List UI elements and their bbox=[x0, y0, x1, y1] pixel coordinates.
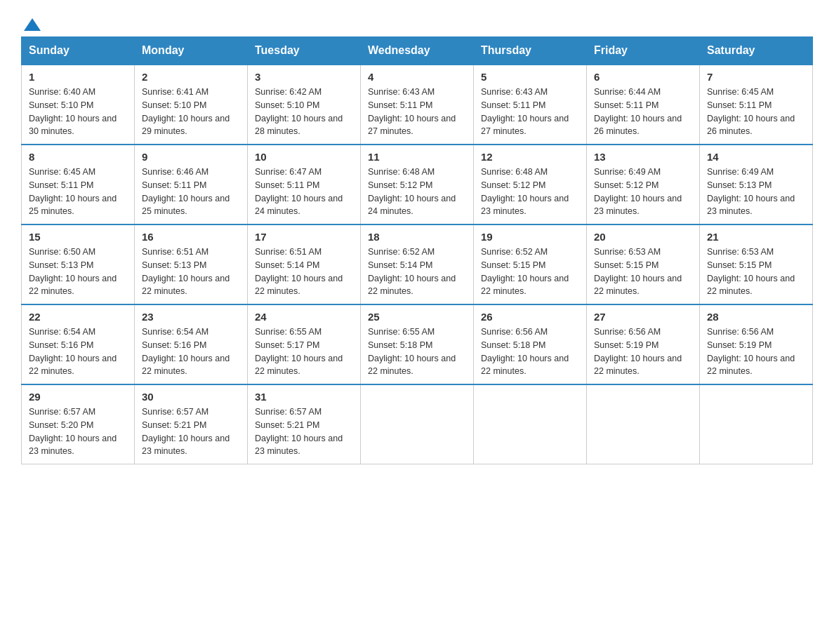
calendar-day-cell: 17Sunrise: 6:51 AMSunset: 5:14 PMDayligh… bbox=[248, 224, 361, 304]
calendar-day-cell: 9Sunrise: 6:46 AMSunset: 5:11 PMDaylight… bbox=[135, 145, 248, 224]
day-number: 16 bbox=[142, 231, 240, 243]
day-number: 10 bbox=[255, 151, 353, 163]
calendar-day-cell: 8Sunrise: 6:45 AMSunset: 5:11 PMDaylight… bbox=[22, 145, 135, 224]
calendar-day-cell: 31Sunrise: 6:57 AMSunset: 5:21 PMDayligh… bbox=[248, 384, 361, 464]
day-sun-info: Sunrise: 6:48 AMSunset: 5:12 PMDaylight:… bbox=[481, 166, 579, 218]
calendar-day-cell: 29Sunrise: 6:57 AMSunset: 5:20 PMDayligh… bbox=[22, 384, 135, 464]
logo bbox=[21, 14, 44, 29]
calendar-day-cell: 5Sunrise: 6:43 AMSunset: 5:11 PMDaylight… bbox=[474, 65, 587, 145]
calendar-day-cell bbox=[587, 384, 700, 464]
calendar-day-cell: 11Sunrise: 6:48 AMSunset: 5:12 PMDayligh… bbox=[361, 145, 474, 224]
calendar-day-cell: 7Sunrise: 6:45 AMSunset: 5:11 PMDaylight… bbox=[700, 65, 813, 145]
day-sun-info: Sunrise: 6:47 AMSunset: 5:11 PMDaylight:… bbox=[255, 166, 353, 218]
day-number: 8 bbox=[29, 151, 127, 163]
calendar-day-cell: 23Sunrise: 6:54 AMSunset: 5:16 PMDayligh… bbox=[135, 304, 248, 384]
day-number: 19 bbox=[481, 231, 579, 243]
calendar-day-cell: 3Sunrise: 6:42 AMSunset: 5:10 PMDaylight… bbox=[248, 65, 361, 145]
day-sun-info: Sunrise: 6:48 AMSunset: 5:12 PMDaylight:… bbox=[368, 166, 466, 218]
calendar-weekday-header: Monday bbox=[135, 37, 248, 65]
day-number: 31 bbox=[255, 391, 353, 403]
day-number: 12 bbox=[481, 151, 579, 163]
day-number: 29 bbox=[29, 391, 127, 403]
calendar-day-cell: 30Sunrise: 6:57 AMSunset: 5:21 PMDayligh… bbox=[135, 384, 248, 464]
calendar-week-row: 1Sunrise: 6:40 AMSunset: 5:10 PMDaylight… bbox=[22, 65, 813, 145]
day-number: 25 bbox=[368, 311, 466, 323]
calendar-day-cell: 25Sunrise: 6:55 AMSunset: 5:18 PMDayligh… bbox=[361, 304, 474, 384]
day-sun-info: Sunrise: 6:52 AMSunset: 5:15 PMDaylight:… bbox=[481, 246, 579, 298]
calendar-day-cell: 27Sunrise: 6:56 AMSunset: 5:19 PMDayligh… bbox=[587, 304, 700, 384]
day-number: 23 bbox=[142, 311, 240, 323]
calendar-week-row: 15Sunrise: 6:50 AMSunset: 5:13 PMDayligh… bbox=[22, 224, 813, 304]
day-sun-info: Sunrise: 6:51 AMSunset: 5:14 PMDaylight:… bbox=[255, 246, 353, 298]
day-sun-info: Sunrise: 6:49 AMSunset: 5:12 PMDaylight:… bbox=[594, 166, 692, 218]
day-number: 7 bbox=[707, 71, 805, 83]
day-number: 22 bbox=[29, 311, 127, 323]
day-number: 11 bbox=[368, 151, 466, 163]
day-sun-info: Sunrise: 6:54 AMSunset: 5:16 PMDaylight:… bbox=[29, 326, 127, 378]
day-sun-info: Sunrise: 6:44 AMSunset: 5:11 PMDaylight:… bbox=[594, 86, 692, 138]
calendar-weekday-header: Saturday bbox=[700, 37, 813, 65]
calendar-day-cell: 4Sunrise: 6:43 AMSunset: 5:11 PMDaylight… bbox=[361, 65, 474, 145]
calendar-table: SundayMondayTuesdayWednesdayThursdayFrid… bbox=[21, 36, 813, 464]
day-number: 20 bbox=[594, 231, 692, 243]
day-sun-info: Sunrise: 6:55 AMSunset: 5:17 PMDaylight:… bbox=[255, 326, 353, 378]
day-sun-info: Sunrise: 6:45 AMSunset: 5:11 PMDaylight:… bbox=[29, 166, 127, 218]
day-sun-info: Sunrise: 6:46 AMSunset: 5:11 PMDaylight:… bbox=[142, 166, 240, 218]
calendar-day-cell: 28Sunrise: 6:56 AMSunset: 5:19 PMDayligh… bbox=[700, 304, 813, 384]
day-number: 24 bbox=[255, 311, 353, 323]
day-sun-info: Sunrise: 6:51 AMSunset: 5:13 PMDaylight:… bbox=[142, 246, 240, 298]
day-sun-info: Sunrise: 6:43 AMSunset: 5:11 PMDaylight:… bbox=[481, 86, 579, 138]
day-number: 17 bbox=[255, 231, 353, 243]
calendar-day-cell: 10Sunrise: 6:47 AMSunset: 5:11 PMDayligh… bbox=[248, 145, 361, 224]
day-number: 28 bbox=[707, 311, 805, 323]
day-number: 3 bbox=[255, 71, 353, 83]
day-sun-info: Sunrise: 6:57 AMSunset: 5:21 PMDaylight:… bbox=[142, 405, 240, 458]
day-number: 2 bbox=[142, 71, 240, 83]
calendar-day-cell: 22Sunrise: 6:54 AMSunset: 5:16 PMDayligh… bbox=[22, 304, 135, 384]
calendar-day-cell: 16Sunrise: 6:51 AMSunset: 5:13 PMDayligh… bbox=[135, 224, 248, 304]
calendar-day-cell: 2Sunrise: 6:41 AMSunset: 5:10 PMDaylight… bbox=[135, 65, 248, 145]
day-sun-info: Sunrise: 6:54 AMSunset: 5:16 PMDaylight:… bbox=[142, 326, 240, 378]
day-sun-info: Sunrise: 6:56 AMSunset: 5:19 PMDaylight:… bbox=[707, 326, 805, 378]
calendar-weekday-header: Wednesday bbox=[361, 37, 474, 65]
day-sun-info: Sunrise: 6:42 AMSunset: 5:10 PMDaylight:… bbox=[255, 86, 353, 138]
calendar-day-cell: 6Sunrise: 6:44 AMSunset: 5:11 PMDaylight… bbox=[587, 65, 700, 145]
day-number: 1 bbox=[29, 71, 127, 83]
day-sun-info: Sunrise: 6:53 AMSunset: 5:15 PMDaylight:… bbox=[594, 246, 692, 298]
calendar-day-cell: 24Sunrise: 6:55 AMSunset: 5:17 PMDayligh… bbox=[248, 304, 361, 384]
day-sun-info: Sunrise: 6:56 AMSunset: 5:18 PMDaylight:… bbox=[481, 326, 579, 378]
calendar-day-cell bbox=[700, 384, 813, 464]
day-number: 30 bbox=[142, 391, 240, 403]
day-number: 15 bbox=[29, 231, 127, 243]
calendar-day-cell: 26Sunrise: 6:56 AMSunset: 5:18 PMDayligh… bbox=[474, 304, 587, 384]
svg-marker-0 bbox=[24, 18, 41, 31]
day-sun-info: Sunrise: 6:50 AMSunset: 5:13 PMDaylight:… bbox=[29, 246, 127, 298]
day-number: 13 bbox=[594, 151, 692, 163]
calendar-weekday-header: Tuesday bbox=[248, 37, 361, 65]
calendar-day-cell: 15Sunrise: 6:50 AMSunset: 5:13 PMDayligh… bbox=[22, 224, 135, 304]
day-sun-info: Sunrise: 6:52 AMSunset: 5:14 PMDaylight:… bbox=[368, 246, 466, 298]
day-sun-info: Sunrise: 6:53 AMSunset: 5:15 PMDaylight:… bbox=[707, 246, 805, 298]
day-number: 9 bbox=[142, 151, 240, 163]
calendar-weekday-header: Sunday bbox=[22, 37, 135, 65]
calendar-day-cell: 20Sunrise: 6:53 AMSunset: 5:15 PMDayligh… bbox=[587, 224, 700, 304]
calendar-weekday-header: Friday bbox=[587, 37, 700, 65]
day-sun-info: Sunrise: 6:43 AMSunset: 5:11 PMDaylight:… bbox=[368, 86, 466, 138]
calendar-header-row: SundayMondayTuesdayWednesdayThursdayFrid… bbox=[22, 37, 813, 65]
day-number: 21 bbox=[707, 231, 805, 243]
day-sun-info: Sunrise: 6:45 AMSunset: 5:11 PMDaylight:… bbox=[707, 86, 805, 138]
calendar-day-cell bbox=[361, 384, 474, 464]
calendar-weekday-header: Thursday bbox=[474, 37, 587, 65]
day-sun-info: Sunrise: 6:56 AMSunset: 5:19 PMDaylight:… bbox=[594, 326, 692, 378]
calendar-day-cell: 14Sunrise: 6:49 AMSunset: 5:13 PMDayligh… bbox=[700, 145, 813, 224]
day-number: 6 bbox=[594, 71, 692, 83]
calendar-day-cell: 19Sunrise: 6:52 AMSunset: 5:15 PMDayligh… bbox=[474, 224, 587, 304]
day-number: 5 bbox=[481, 71, 579, 83]
calendar-day-cell: 12Sunrise: 6:48 AMSunset: 5:12 PMDayligh… bbox=[474, 145, 587, 224]
calendar-day-cell: 21Sunrise: 6:53 AMSunset: 5:15 PMDayligh… bbox=[700, 224, 813, 304]
logo-triangle-icon bbox=[22, 15, 42, 35]
day-number: 26 bbox=[481, 311, 579, 323]
calendar-day-cell: 18Sunrise: 6:52 AMSunset: 5:14 PMDayligh… bbox=[361, 224, 474, 304]
calendar-day-cell: 13Sunrise: 6:49 AMSunset: 5:12 PMDayligh… bbox=[587, 145, 700, 224]
day-sun-info: Sunrise: 6:40 AMSunset: 5:10 PMDaylight:… bbox=[29, 86, 127, 138]
